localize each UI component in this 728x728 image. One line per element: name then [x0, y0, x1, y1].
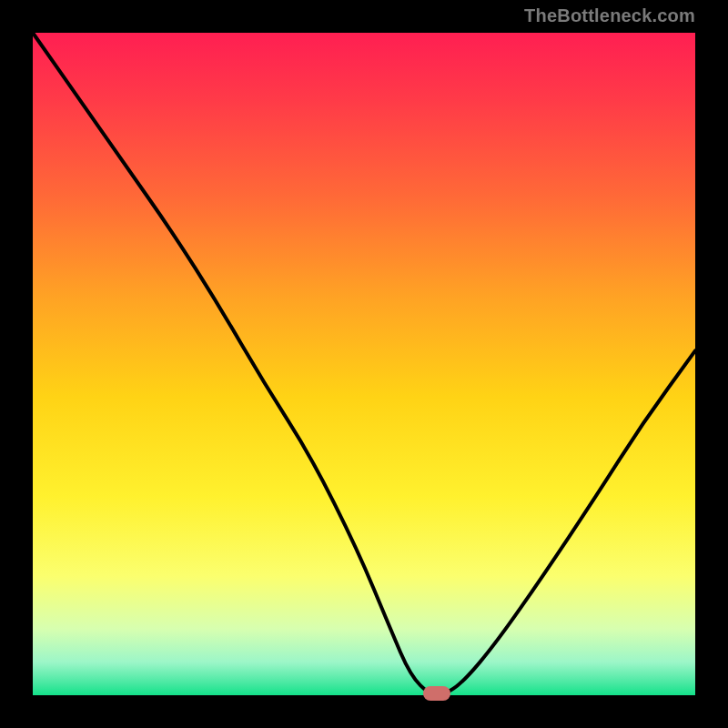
curve-layer — [33, 33, 695, 695]
plot-area — [33, 33, 695, 695]
chart-frame: TheBottleneck.com — [0, 0, 728, 728]
watermark-text: TheBottleneck.com — [524, 5, 695, 26]
optimum-marker — [423, 686, 450, 701]
bottleneck-curve — [33, 33, 695, 695]
